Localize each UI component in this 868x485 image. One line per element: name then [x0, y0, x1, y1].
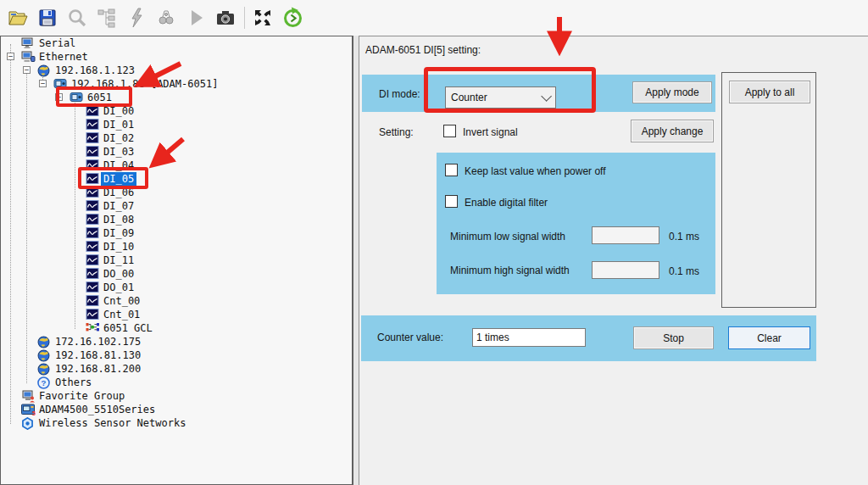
di-mode-value: Counter: [451, 92, 487, 103]
tree-expander-icon[interactable]: −: [23, 66, 31, 74]
tree-item-cnt-01[interactable]: Cnt_01: [1, 308, 352, 321]
tree-item-di-05[interactable]: DI_05: [1, 172, 352, 186]
min-low-input[interactable]: [592, 226, 659, 244]
tree-item-di-02[interactable]: DI_02: [1, 131, 352, 145]
channel-icon: [86, 227, 100, 239]
tree-item-label: DO_01: [101, 281, 136, 294]
favorite-group-icon: [21, 390, 36, 402]
channel-icon: [86, 214, 100, 226]
setting-label: Setting:: [379, 126, 414, 138]
tree-item-label: DI_03: [101, 145, 136, 159]
device-icon: [53, 78, 68, 90]
chevron-down-icon: [541, 91, 552, 102]
enable-digital-filter-checkbox[interactable]: [445, 195, 458, 208]
adam4500-icon: 5: [21, 404, 36, 415]
tree-item-label: 192.168.81.130: [53, 348, 143, 362]
channel-icon: [86, 173, 100, 185]
tree-item-di-01[interactable]: DI_01: [1, 118, 352, 131]
tree-item-label: DI_08: [101, 213, 136, 226]
tree-item-192-168-1-88-adam-6051-[interactable]: −192.168.1.88-[ADAM-6051]: [1, 77, 352, 91]
tree-item-label: Serial: [36, 36, 78, 50]
tree-item-label: DI_09: [101, 226, 136, 240]
expand-icon[interactable]: [250, 5, 275, 31]
toolbar: [0, 0, 868, 36]
tree-item-172-16-102-175[interactable]: 172.16.102.175: [1, 335, 352, 348]
enable-digital-filter-label: Enable digital filter: [465, 197, 548, 209]
tree-item-label: 172.16.102.175: [53, 335, 143, 348]
tree-item-di-06[interactable]: DI_06: [1, 186, 352, 199]
channel-icon: [86, 295, 100, 307]
tree-item-6051-gcl[interactable]: 6051 GCL: [1, 321, 352, 335]
globe-icon: [37, 64, 52, 76]
apply-to-all-button[interactable]: Apply to all: [729, 81, 810, 103]
tree-expander-icon[interactable]: −: [55, 93, 63, 101]
adam-utility-window: Serial−Ethernet−192.168.1.123−192.168.1.…: [0, 0, 868, 485]
panel-title: ADAM-6051 DI[5] setting:: [365, 44, 481, 56]
tree-item-wireless-sensor-networks[interactable]: Wireless Sensor Networks: [1, 416, 352, 430]
tree-item-di-11[interactable]: DI_11: [1, 254, 352, 267]
stop-button[interactable]: Stop: [633, 326, 714, 349]
tree-item-do-01[interactable]: DO_01: [1, 281, 352, 294]
tree-item-di-08[interactable]: DI_08: [1, 213, 352, 226]
counter-value-input[interactable]: [472, 328, 586, 347]
tree-item-label: 192.168.81.200: [53, 362, 143, 376]
tree-item-label: DI_07: [101, 199, 136, 213]
globe-icon: [37, 336, 52, 348]
tree-item-di-04[interactable]: DI_04: [1, 159, 352, 172]
tree-item-ethernet[interactable]: −Ethernet: [1, 50, 352, 64]
channel-icon: [86, 119, 100, 131]
camera-icon[interactable]: [213, 5, 238, 31]
svg-text:?: ?: [42, 378, 47, 387]
tree-item-cnt-00[interactable]: Cnt_00: [1, 294, 352, 308]
tree-item-label: Ethernet: [36, 50, 91, 64]
tree-item-label: DI_06: [101, 186, 136, 199]
tree-item-label: 192.168.1.88-[ADAM-6051]: [69, 77, 220, 91]
tree-item-label: ADAM4500_5510Series: [36, 403, 158, 416]
di-mode-dropdown[interactable]: Counter: [445, 86, 556, 109]
stream-icon[interactable]: [153, 5, 179, 31]
tree-item-di-07[interactable]: DI_07: [1, 199, 352, 213]
tree-item-di-03[interactable]: DI_03: [1, 145, 352, 159]
tree-item-192-168-81-200[interactable]: 192.168.81.200: [1, 362, 352, 376]
gcl-icon: [86, 322, 100, 334]
search-icon[interactable]: [64, 5, 90, 31]
tree-item-6051[interactable]: −6051: [1, 91, 352, 104]
invert-signal-checkbox[interactable]: [443, 125, 456, 137]
tree-item-others[interactable]: ?Others: [1, 376, 352, 389]
tree-item-favorite-group[interactable]: Favorite Group: [1, 389, 352, 403]
tree-item-di-00[interactable]: DI_00: [1, 104, 352, 118]
computer-icon: [21, 37, 36, 49]
clear-button[interactable]: Clear: [728, 326, 810, 349]
play-icon[interactable]: [183, 5, 209, 31]
min-high-input[interactable]: [592, 261, 659, 279]
channel-icon: [86, 146, 100, 158]
tree-item-di-10[interactable]: DI_10: [1, 240, 352, 254]
tree-item-192-168-81-130[interactable]: 192.168.81.130: [1, 348, 352, 362]
tree-item-label: DI_00: [101, 104, 136, 118]
min-high-label: Minimum high signal width: [450, 265, 570, 276]
channel-icon: [86, 241, 100, 253]
save-icon[interactable]: [35, 5, 60, 31]
lightning-icon[interactable]: [124, 5, 149, 31]
channel-icon: [86, 309, 100, 321]
keep-last-value-label: Keep last value when power off: [465, 165, 606, 177]
tree-expander-icon[interactable]: −: [7, 53, 14, 60]
tree-item-do-00[interactable]: DO_00: [1, 267, 352, 281]
tree-item-adam4500-5510series[interactable]: 5ADAM4500_5510Series: [1, 403, 352, 416]
invert-signal-label: Invert signal: [463, 126, 518, 138]
tree-expander-icon[interactable]: −: [39, 80, 47, 87]
apply-mode-button[interactable]: Apply mode: [632, 81, 712, 103]
di-mode-label: DI mode:: [379, 88, 420, 100]
tree-item-label: DI_01: [101, 118, 136, 131]
topology-icon[interactable]: [94, 5, 120, 31]
channel-icon: [86, 282, 100, 293]
tree-item-di-09[interactable]: DI_09: [1, 226, 352, 240]
tree-item-serial[interactable]: Serial: [1, 36, 352, 50]
channel-icon: [86, 254, 100, 266]
apply-change-button[interactable]: Apply change: [631, 120, 714, 142]
open-folder-icon[interactable]: [5, 5, 31, 31]
tree-item-192-168-1-123[interactable]: −192.168.1.123: [1, 64, 352, 77]
keep-last-value-checkbox[interactable]: [445, 164, 458, 176]
tree-item-label: 192.168.1.123: [53, 64, 137, 77]
refresh-icon[interactable]: [280, 5, 305, 31]
